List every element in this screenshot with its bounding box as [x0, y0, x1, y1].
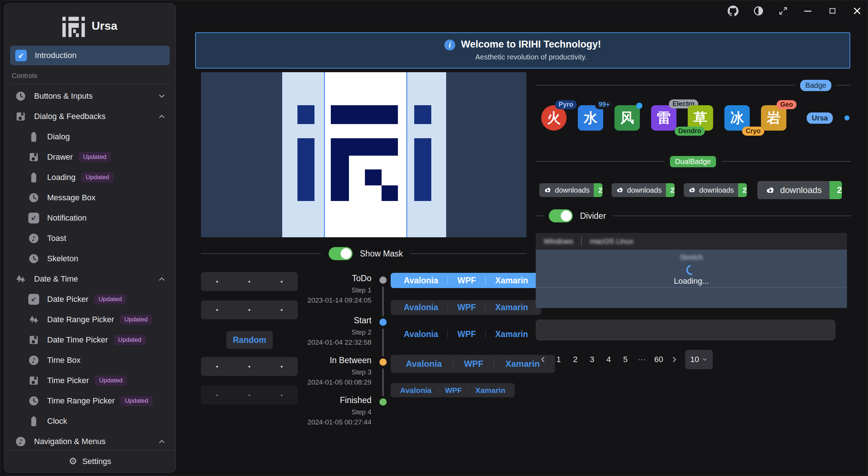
updated-badge: Updated [81, 172, 113, 182]
downloads-badge-large: downloads 2.4k [757, 181, 842, 199]
option-avalonia[interactable]: Avalonia [394, 329, 448, 339]
updated-badge: Updated [120, 315, 152, 325]
downloads-badge: downloads 2.4k [539, 183, 602, 197]
prev-page-button[interactable] [536, 355, 550, 364]
sidebar-item-date-time[interactable]: Date & Time [10, 269, 170, 289]
divider [536, 287, 847, 288]
divider-toggle[interactable] [549, 209, 573, 222]
time-box-input[interactable] [201, 272, 298, 291]
sidebar-item-date-range-picker[interactable]: Date Range Picker Updated [10, 309, 170, 330]
page-button-5[interactable]: 5 [617, 355, 634, 364]
option-xamarin[interactable]: Xamarin [486, 303, 538, 312]
updated-badge: Updated [114, 335, 146, 345]
option-xamarin[interactable]: Xamarin [486, 276, 538, 286]
timeline-dot [379, 319, 387, 326]
show-mask-toggle[interactable] [329, 247, 353, 260]
option-avalonia[interactable]: Avalonia [394, 386, 438, 395]
dual-badge-header-pill: DualBadge [670, 156, 716, 167]
sidebar-group-label: Controls [10, 67, 170, 83]
fullscreen-icon[interactable] [778, 6, 788, 16]
time-box-input[interactable] [201, 357, 298, 376]
sidebar-item-time-box[interactable]: Time Box [10, 350, 170, 370]
timeline-connector [382, 287, 384, 316]
page-button-4[interactable]: 4 [600, 355, 617, 364]
sidebar-item-skeleton[interactable]: Skeleton [10, 249, 170, 269]
page-button-1[interactable]: 1 [550, 355, 567, 364]
tab-windows[interactable]: Windows [536, 237, 581, 246]
battery-icon [28, 416, 39, 427]
logo-block [331, 138, 349, 201]
option-xamarin[interactable]: Xamarin [486, 329, 538, 339]
app-logo: Ursa [10, 4, 170, 46]
sidebar-item-label: Introduction [35, 51, 77, 60]
badge-geo: Geo [777, 100, 797, 109]
option-wpf[interactable]: WPF [453, 359, 494, 369]
page-button-2[interactable]: 2 [567, 355, 584, 364]
chevron-up-icon [157, 275, 166, 283]
logo-block [297, 138, 315, 201]
sidebar-item-dialog-feedbacks[interactable]: Dialog & Feedbacks [10, 106, 170, 127]
minimize-button[interactable] [802, 5, 813, 16]
updated-badge: Updated [94, 294, 126, 304]
tab-macos-linux[interactable]: macOS Linux [582, 237, 641, 246]
sidebar-item-toast[interactable]: Toast [10, 228, 170, 249]
arrow-square-icon: ↙ [15, 50, 27, 61]
option-wpf[interactable]: WPF [448, 303, 485, 312]
sidebar-scroll-area[interactable]: Ursa ↙ Introduction Controls Buttons & I… [4, 4, 176, 450]
trees-icon [28, 314, 39, 325]
option-xamarin[interactable]: Xamarin [469, 386, 512, 395]
close-button[interactable] [852, 5, 863, 16]
sidebar-item-message-box[interactable]: Message Box [10, 188, 170, 208]
page-size-select[interactable]: 10 [685, 350, 713, 369]
sidebar-item-drawer[interactable]: Drawer Updated [10, 147, 170, 167]
settings-button[interactable]: ⚙ Settings [4, 450, 176, 472]
sidebar-item-loading[interactable]: Loading Updated [10, 167, 170, 188]
sidebar-item-time-range-picker[interactable]: Time Range Picker Updated [10, 391, 170, 411]
time-box-input[interactable] [201, 300, 298, 319]
sidebar-item-notification[interactable]: ↙ Notification [10, 208, 170, 228]
banner-subtitle: Aesthetic revolution of productivity. [461, 53, 601, 61]
github-icon[interactable] [728, 5, 739, 16]
random-button[interactable]: Random [226, 331, 273, 349]
theme-toggle-icon[interactable] [753, 5, 764, 16]
gear-icon: ⚙ [69, 456, 77, 467]
page-ellipsis[interactable]: ⋯ [634, 355, 650, 364]
clock-icon [28, 192, 39, 203]
option-avalonia[interactable]: Avalonia [394, 276, 448, 286]
maximize-button[interactable] [828, 6, 837, 16]
element-chip-water: 水 99+ [578, 105, 603, 131]
floppy-icon [28, 152, 39, 163]
timeline-step-title: StartStep 22024-01-04 22:32:58 [298, 316, 371, 346]
timeline-step-title: FinishedStep 42024-01-05 00:27:44 [298, 395, 371, 426]
page-button-last[interactable]: 60 [650, 355, 667, 364]
sidebar-item-dialog[interactable]: Dialog [10, 127, 170, 147]
updated-badge: Updated [95, 376, 127, 386]
sidebar-item-clock[interactable]: Clock [10, 411, 170, 431]
loading-spinner-icon [684, 263, 699, 277]
page-button-3[interactable]: 3 [584, 355, 600, 364]
divider [410, 253, 526, 254]
empty-text-input[interactable] [536, 320, 835, 340]
sidebar: Ursa ↙ Introduction Controls Buttons & I… [4, 3, 176, 473]
info-icon: i [444, 40, 455, 50]
sidebar-item-navigation-menus[interactable]: Navigation & Menus [10, 431, 170, 450]
standalone-dot-badge [844, 115, 850, 120]
option-avalonia[interactable]: Avalonia [395, 359, 453, 369]
sidebar-item-date-time-picker[interactable]: Date Time Picker Updated [10, 330, 170, 350]
option-wpf[interactable]: WPF [448, 329, 485, 339]
banner-title: Welcome to IRIHI Technology! [461, 39, 601, 50]
sidebar-item-buttons-inputs[interactable]: Buttons & Inputs [10, 86, 170, 106]
sidebar-item-time-picker[interactable]: Time Picker Updated [10, 370, 170, 391]
option-wpf[interactable]: WPF [439, 386, 469, 395]
divider [836, 85, 851, 86]
next-page-button[interactable] [667, 355, 682, 364]
option-wpf[interactable]: WPF [448, 276, 485, 286]
element-chip-cryo: 冰 Cryo [724, 105, 750, 131]
sidebar-item-date-picker[interactable]: ↙ Date Picker Updated [10, 289, 170, 309]
floppy-icon [28, 375, 39, 386]
battery-icon [28, 172, 39, 183]
ursa-logo-icon [62, 15, 85, 37]
logo-block [331, 105, 398, 124]
option-avalonia[interactable]: Avalonia [394, 303, 448, 312]
sidebar-item-introduction[interactable]: ↙ Introduction [10, 46, 170, 65]
